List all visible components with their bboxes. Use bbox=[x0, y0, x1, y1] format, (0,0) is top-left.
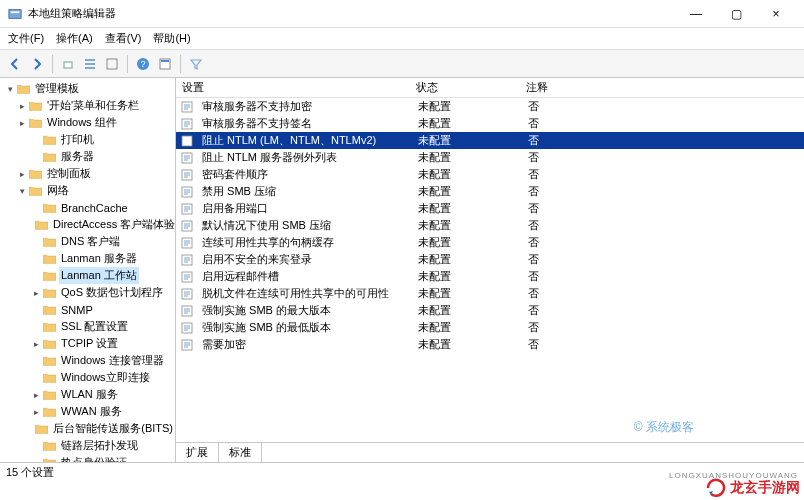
policy-icon bbox=[180, 220, 194, 232]
menubar: 文件(F) 操作(A) 查看(V) 帮助(H) bbox=[0, 28, 804, 50]
help-icon[interactable]: ? bbox=[134, 55, 152, 73]
list-header: 设置 状态 注释 bbox=[176, 78, 804, 98]
view-tabs: 扩展 标准 bbox=[176, 442, 804, 462]
policy-icon bbox=[180, 101, 194, 113]
col-setting[interactable]: 设置 bbox=[176, 80, 416, 95]
svg-rect-2 bbox=[64, 62, 72, 68]
list-row[interactable]: 阻止 NTLM (LM、NTLM、NTLMv2)未配置否 bbox=[176, 132, 804, 149]
filter-icon[interactable] bbox=[187, 55, 205, 73]
policy-icon bbox=[180, 254, 194, 266]
policy-icon bbox=[180, 152, 194, 164]
tree-item[interactable]: ▸'开始'菜单和任务栏 bbox=[0, 97, 175, 114]
policy-icon bbox=[180, 271, 194, 283]
policy-icon bbox=[180, 322, 194, 334]
menu-file[interactable]: 文件(F) bbox=[8, 31, 44, 46]
tree-item[interactable]: ▸BranchCache bbox=[0, 199, 175, 216]
toolbar: ? bbox=[0, 50, 804, 78]
brand-logo: 龙玄手游网 bbox=[706, 478, 800, 498]
window-title: 本地组策略编辑器 bbox=[28, 6, 676, 21]
policy-icon bbox=[180, 186, 194, 198]
tree-item[interactable]: ▾网络 bbox=[0, 182, 175, 199]
svg-rect-0 bbox=[9, 9, 21, 18]
tree-item[interactable]: ▸链路层拓扑发现 bbox=[0, 437, 175, 454]
menu-action[interactable]: 操作(A) bbox=[56, 31, 93, 46]
policy-icon bbox=[180, 288, 194, 300]
list-row[interactable]: 审核服务器不支持签名未配置否 bbox=[176, 115, 804, 132]
tree-item[interactable]: ▸后台智能传送服务(BITS) bbox=[0, 420, 175, 437]
properties-button[interactable] bbox=[156, 55, 174, 73]
list-row[interactable]: 启用远程邮件槽未配置否 bbox=[176, 268, 804, 285]
list-row[interactable]: 脱机文件在连续可用性共享中的可用性未配置否 bbox=[176, 285, 804, 302]
tab-extended[interactable]: 扩展 bbox=[176, 443, 219, 462]
watermark: © 系统极客 bbox=[634, 419, 694, 436]
policy-icon bbox=[180, 339, 194, 351]
tree-item[interactable]: ▸打印机 bbox=[0, 131, 175, 148]
policy-icon bbox=[180, 169, 194, 181]
policy-icon bbox=[180, 305, 194, 317]
forward-button[interactable] bbox=[28, 55, 46, 73]
list-row[interactable]: 禁用 SMB 压缩未配置否 bbox=[176, 183, 804, 200]
close-button[interactable]: × bbox=[756, 1, 796, 27]
list-body[interactable]: 审核服务器不支持加密未配置否审核服务器不支持签名未配置否阻止 NTLM (LM、… bbox=[176, 98, 804, 442]
tree-item[interactable]: ▸DirectAccess 客户端体验 bbox=[0, 216, 175, 233]
minimize-button[interactable]: — bbox=[676, 1, 716, 27]
list-row[interactable]: 强制实施 SMB 的最低版本未配置否 bbox=[176, 319, 804, 336]
list-row[interactable]: 密码套件顺序未配置否 bbox=[176, 166, 804, 183]
policy-icon bbox=[180, 203, 194, 215]
menu-view[interactable]: 查看(V) bbox=[105, 31, 142, 46]
tab-standard[interactable]: 标准 bbox=[219, 443, 262, 462]
tree-item[interactable]: ▸QoS 数据包计划程序 bbox=[0, 284, 175, 301]
tree-item[interactable]: ▸SNMP bbox=[0, 301, 175, 318]
tree-item[interactable]: ▸WWAN 服务 bbox=[0, 403, 175, 420]
maximize-button[interactable]: ▢ bbox=[716, 1, 756, 27]
tree-item[interactable]: ▸SSL 配置设置 bbox=[0, 318, 175, 335]
list-row[interactable]: 需要加密未配置否 bbox=[176, 336, 804, 353]
tree-item[interactable]: ▸控制面板 bbox=[0, 165, 175, 182]
tree-pane[interactable]: ▾管理模板▸'开始'菜单和任务栏▸Windows 组件▸打印机▸服务器▸控制面板… bbox=[0, 78, 176, 462]
menu-help[interactable]: 帮助(H) bbox=[153, 31, 190, 46]
list-row[interactable]: 连续可用性共享的句柄缓存未配置否 bbox=[176, 234, 804, 251]
policy-icon bbox=[180, 135, 194, 147]
policy-icon bbox=[180, 237, 194, 249]
tree-item[interactable]: ▸Windows立即连接 bbox=[0, 369, 175, 386]
svg-rect-7 bbox=[161, 60, 169, 62]
col-note[interactable]: 注释 bbox=[526, 80, 804, 95]
list-row[interactable]: 启用备用端口未配置否 bbox=[176, 200, 804, 217]
policy-icon bbox=[180, 118, 194, 130]
svg-rect-1 bbox=[11, 11, 20, 13]
titlebar: 本地组策略编辑器 — ▢ × bbox=[0, 0, 804, 28]
tree-item[interactable]: ▸Lanman 服务器 bbox=[0, 250, 175, 267]
tree-item[interactable]: ▸服务器 bbox=[0, 148, 175, 165]
tree-item[interactable]: ▸TCPIP 设置 bbox=[0, 335, 175, 352]
up-button[interactable] bbox=[59, 55, 77, 73]
tree-item[interactable]: ▸DNS 客户端 bbox=[0, 233, 175, 250]
list-row[interactable]: 默认情况下使用 SMB 压缩未配置否 bbox=[176, 217, 804, 234]
list-button[interactable] bbox=[81, 55, 99, 73]
list-row[interactable]: 阻止 NTLM 服务器例外列表未配置否 bbox=[176, 149, 804, 166]
list-row[interactable]: 强制实施 SMB 的最大版本未配置否 bbox=[176, 302, 804, 319]
tree-item[interactable]: ▸WLAN 服务 bbox=[0, 386, 175, 403]
list-row[interactable]: 启用不安全的来宾登录未配置否 bbox=[176, 251, 804, 268]
tree-item[interactable]: ▸Lanman 工作站 bbox=[0, 267, 175, 284]
svg-rect-3 bbox=[107, 59, 117, 69]
export-button[interactable] bbox=[103, 55, 121, 73]
back-button[interactable] bbox=[6, 55, 24, 73]
svg-text:?: ? bbox=[140, 59, 145, 69]
tree-item[interactable]: ▸热点身份验证 bbox=[0, 454, 175, 462]
tree-item[interactable]: ▸Windows 组件 bbox=[0, 114, 175, 131]
col-state[interactable]: 状态 bbox=[416, 80, 526, 95]
tree-item[interactable]: ▸Windows 连接管理器 bbox=[0, 352, 175, 369]
list-row[interactable]: 审核服务器不支持加密未配置否 bbox=[176, 98, 804, 115]
app-icon bbox=[8, 7, 22, 21]
tree-root[interactable]: ▾管理模板 bbox=[0, 80, 175, 97]
